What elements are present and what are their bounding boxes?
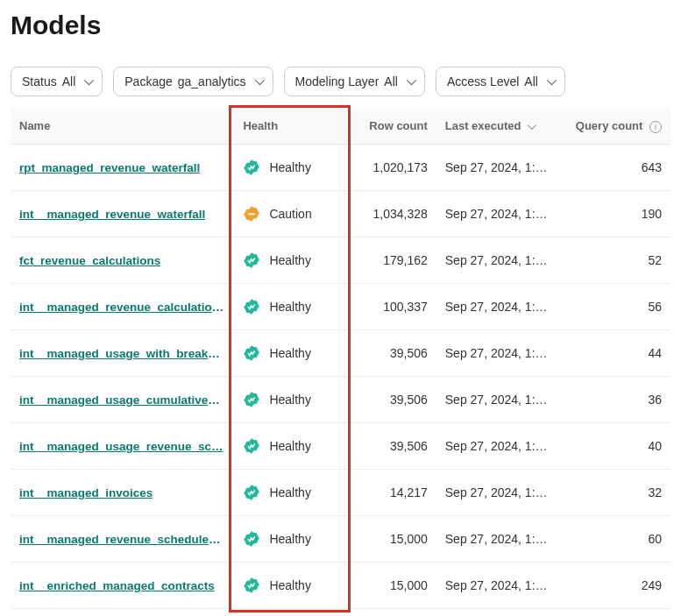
row-count: 39,506 [390,393,428,407]
filter-chip[interactable]: Access Level All [436,67,565,96]
healthy-icon [243,437,260,455]
row-count: 14,217 [390,485,428,499]
row-count: 1,034,328 [372,207,427,221]
query-count: 52 [648,253,662,267]
last-executed: Sep 27, 2024, 1:… [445,439,548,453]
filter-value: All [384,74,398,89]
filter-chip[interactable]: Status All [11,67,103,96]
model-link[interactable]: int__managed_usage_revenue_sc… [19,440,223,453]
model-link[interactable]: int__enriched_managed_contracts [19,579,215,592]
table-row: int__managed_revenue_waterfallCaution1,0… [11,190,670,237]
last-executed: Sep 27, 2024, 1:… [445,393,548,407]
model-link[interactable]: int__managed_invoices [19,486,153,499]
row-count: 100,337 [383,300,428,314]
col-header-lastexec[interactable]: Last executed [436,109,557,144]
row-count: 39,506 [390,346,428,360]
col-header-name[interactable]: Name [11,109,234,144]
model-link[interactable]: int__managed_revenue_calculations [19,301,225,314]
health-cell: Healthy [243,251,339,269]
filter-chip[interactable]: Package ga_analytics [113,67,273,96]
health-text: Healthy [269,532,310,546]
health-text: Healthy [269,346,310,360]
health-cell: Caution [243,205,339,223]
healthy-icon [243,530,260,548]
svg-rect-0 [248,213,255,215]
table-row: int__managed_usage_with_breaka…Healthy39… [11,329,670,376]
query-count: 643 [642,160,662,174]
last-executed: Sep 27, 2024, 1:… [445,160,548,174]
health-cell: Healthy [243,298,339,315]
healthy-icon [243,298,260,315]
model-link[interactable]: int__managed_usage_cumulative_… [19,393,225,407]
row-count: 15,000 [390,532,428,546]
filter-value: All [62,74,76,89]
col-header-querycount[interactable]: Query count i [557,109,670,144]
healthy-icon [243,251,260,269]
health-text: Healthy [269,485,310,499]
model-link[interactable]: int__managed_usage_with_breaka… [19,347,225,360]
table-wrapper: Name Health Row count Last executed Quer… [11,109,670,609]
last-executed: Sep 27, 2024, 1:… [445,578,548,592]
col-header-lastexec-label: Last executed [445,119,521,132]
last-executed: Sep 27, 2024, 1:… [445,300,548,314]
col-header-health[interactable]: Health [234,109,348,144]
health-text: Healthy [269,393,310,407]
table-row: int__managed_usage_cumulative_…Healthy39… [11,376,670,422]
sort-chevron-icon [528,121,536,130]
filter-label: Access Level [447,74,519,89]
row-count: 1,020,173 [372,160,427,174]
query-count: 40 [648,439,662,453]
filter-value: ga_analytics [178,74,246,89]
last-executed: Sep 27, 2024, 1:… [445,485,548,499]
health-cell: Healthy [243,344,339,362]
filter-chip[interactable]: Modeling Layer All [284,67,425,96]
page-title: Models [11,11,670,40]
table-row: int__enriched_managed_contractsHealthy15… [11,562,670,608]
model-link[interactable]: fct_revenue_calculations [19,254,160,267]
caution-icon [243,205,260,223]
query-count: 36 [648,393,662,407]
filter-value: All [524,74,538,89]
last-executed: Sep 27, 2024, 1:… [445,346,548,360]
last-executed: Sep 27, 2024, 1:… [445,253,548,267]
healthy-icon [243,391,260,408]
health-text: Healthy [269,439,310,453]
filter-label: Modeling Layer [295,74,380,89]
table-row: int__managed_invoicesHealthy14,217Sep 27… [11,469,670,515]
health-text: Healthy [269,578,310,592]
health-text: Healthy [269,160,310,174]
query-count: 249 [642,578,662,592]
health-text: Healthy [269,300,310,314]
info-icon[interactable]: i [649,121,662,133]
chevron-down-icon [254,75,264,85]
health-text: Healthy [269,253,310,267]
col-header-rowcount[interactable]: Row count [349,109,436,144]
filter-label: Package [124,74,172,89]
table-row: fct_revenue_calculationsHealthy179,162Se… [11,237,670,283]
healthy-icon [243,344,260,362]
model-link[interactable]: rpt_managed_revenue_waterfall [19,161,200,174]
health-cell: Healthy [243,391,339,408]
query-count: 56 [648,300,662,314]
health-cell: Healthy [243,577,339,594]
health-cell: Healthy [243,484,339,501]
col-header-querycount-label: Query count [576,119,643,132]
query-count: 32 [648,485,662,499]
table-row: int__managed_revenue_schedule_…Healthy15… [11,515,670,562]
health-cell: Healthy [243,159,339,176]
healthy-icon [243,577,260,594]
last-executed: Sep 27, 2024, 1:… [445,207,548,221]
model-link[interactable]: int__managed_revenue_schedule_… [19,533,225,546]
health-cell: Healthy [243,437,339,455]
models-table: Name Health Row count Last executed Quer… [11,109,670,609]
chevron-down-icon [84,75,94,85]
chevron-down-icon [407,75,416,85]
query-count: 60 [648,532,662,546]
health-text: Caution [269,207,311,221]
query-count: 44 [648,346,662,360]
healthy-icon [243,159,260,176]
last-executed: Sep 27, 2024, 1:… [445,532,548,546]
row-count: 15,000 [390,578,428,592]
chevron-down-icon [547,75,557,85]
model-link[interactable]: int__managed_revenue_waterfall [19,208,205,221]
